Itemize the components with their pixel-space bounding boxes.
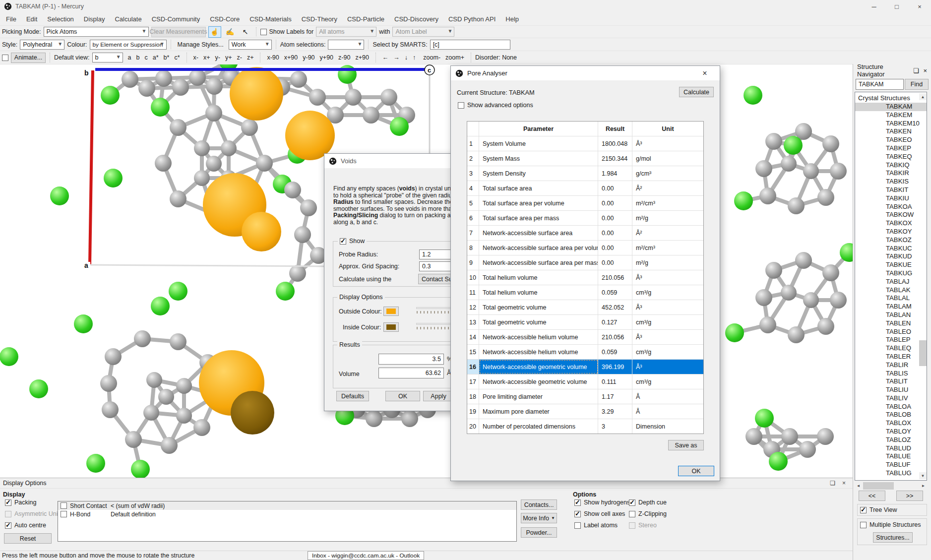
- structure-item-TABLAN[interactable]: TABLAN: [855, 311, 927, 319]
- atom-sphere-grey[interactable]: [755, 160, 772, 177]
- tree-view-row[interactable]: Tree View: [860, 506, 897, 513]
- menu-item-csd-community[interactable]: CSD-Community: [147, 15, 205, 23]
- structure-item-TABKOW[interactable]: TABKOW: [855, 211, 927, 219]
- atom-sphere-grey[interactable]: [803, 292, 819, 308]
- structure-search-input[interactable]: TABKAM: [856, 79, 904, 90]
- structure-item-TABLOA[interactable]: TABLOA: [855, 403, 927, 411]
- default-view-select[interactable]: b▼: [92, 53, 123, 62]
- structure-item-TABKEM10[interactable]: TABKEM10: [855, 120, 927, 128]
- table-cell[interactable]: Å: [632, 389, 703, 404]
- atom-sphere-grey[interactable]: [781, 285, 797, 301]
- axis-button-c[interactable]: c: [142, 54, 150, 61]
- picking-mode-select[interactable]: Pick Atoms▼: [44, 27, 149, 37]
- table-cell[interactable]: Maximum pore diameter: [479, 404, 598, 419]
- atom-sphere-grey[interactable]: [170, 119, 186, 136]
- table-cell[interactable]: 6: [467, 211, 479, 225]
- table-cell[interactable]: 0.00: [598, 255, 632, 270]
- atom-sphere-grey[interactable]: [206, 156, 222, 172]
- table-cell[interactable]: 11: [467, 285, 479, 300]
- atom-sphere-grey[interactable]: [309, 89, 326, 106]
- next-structure-button[interactable]: >>: [896, 491, 923, 501]
- float-panel-icon[interactable]: ❏: [830, 480, 835, 487]
- structure-item-TABLAK[interactable]: TABLAK: [855, 286, 927, 295]
- label-atoms-checkbox[interactable]: [574, 522, 581, 529]
- auto-centre-checkbox-row[interactable]: Auto centre: [5, 522, 46, 529]
- atom-sphere-grey[interactable]: [221, 140, 237, 156]
- table-cell[interactable]: 8: [467, 241, 479, 255]
- atom-sphere-grey[interactable]: [795, 252, 812, 269]
- table-cell[interactable]: 452.052: [598, 300, 632, 314]
- structure-item-TABLEP[interactable]: TABLEP: [855, 336, 927, 344]
- rotate-button-x-[interactable]: x-: [191, 54, 201, 61]
- table-row-18[interactable]: 18Pore limiting diameter1.17Å: [467, 389, 703, 404]
- clear-measurements-button[interactable]: Clear Measurements: [151, 27, 206, 37]
- menu-item-help[interactable]: Help: [500, 15, 524, 23]
- outside-colour-swatch[interactable]: [383, 307, 399, 316]
- atom-sphere-green[interactable]: [755, 409, 774, 428]
- structure-item-TABLOZ[interactable]: TABLOZ: [855, 436, 927, 444]
- close-panel-icon[interactable]: ×: [842, 480, 846, 487]
- structure-item-TABKEM[interactable]: TABKEM: [855, 111, 927, 120]
- table-cell[interactable]: m²/cm³: [632, 196, 703, 210]
- table-row-1[interactable]: 1System Volume1800.048Å³: [467, 136, 703, 151]
- axis-button-c*[interactable]: c*: [172, 54, 182, 61]
- atom-selections-select[interactable]: ▼: [328, 40, 364, 50]
- atom-sphere-grey[interactable]: [146, 372, 162, 388]
- pore-dialog-titlebar[interactable]: Pore Analyser ×: [451, 66, 720, 80]
- table-cell[interactable]: m²/cm³: [632, 241, 703, 255]
- table-cell[interactable]: Network-accessible surface area per volu…: [479, 241, 598, 255]
- rotate90-button-y+90[interactable]: y+90: [317, 54, 336, 61]
- table-cell[interactable]: 210.056: [598, 270, 632, 285]
- asymmetric-unit-checkbox[interactable]: [5, 511, 11, 517]
- structure-item-TABLUF[interactable]: TABLUF: [855, 461, 927, 469]
- zoom-button-zoom-[interactable]: zoom-: [421, 54, 443, 61]
- atom-sphere-green[interactable]: [151, 297, 170, 315]
- atom-sphere-grey[interactable]: [155, 155, 172, 172]
- table-cell[interactable]: 3: [467, 166, 479, 181]
- atom-sphere-grey[interactable]: [138, 80, 155, 97]
- menu-item-display[interactable]: Display: [79, 15, 110, 23]
- label-type-select[interactable]: Atom Label▼: [392, 27, 454, 37]
- table-cell[interactable]: 1.984: [598, 166, 632, 181]
- close-icon[interactable]: ×: [694, 66, 715, 80]
- show-hydrogens-row[interactable]: Show hydrogens: [574, 499, 630, 506]
- structure-item-TABLOX[interactable]: TABLOX: [855, 419, 927, 428]
- atom-sphere-grey[interactable]: [170, 333, 186, 350]
- show-hydrogens-checkbox[interactable]: [574, 499, 581, 506]
- atom-sphere-grey[interactable]: [380, 89, 397, 106]
- table-cell[interactable]: 2150.344: [598, 151, 632, 166]
- atom-sphere-grey[interactable]: [363, 107, 379, 124]
- show-labels-checkbox[interactable]: [260, 29, 267, 35]
- packing-checkbox-row[interactable]: Packing: [5, 499, 36, 506]
- save-as-button[interactable]: Save as: [668, 440, 704, 450]
- auto-centre-checkbox[interactable]: [5, 522, 11, 529]
- animate-button[interactable]: Animate...: [11, 53, 46, 63]
- show-cell-axes-checkbox[interactable]: [574, 511, 581, 517]
- scroll-up-icon[interactable]: ▲: [919, 93, 927, 100]
- table-cell[interactable]: cm³/g: [632, 315, 703, 329]
- defaults-button[interactable]: Defaults: [336, 391, 369, 401]
- list-item[interactable]: Short Contact < (sum of vdW radii): [58, 501, 516, 510]
- scroll-down-icon[interactable]: ▼: [919, 472, 927, 479]
- horizontal-scrollbar-thumb[interactable]: [863, 482, 894, 490]
- atom-sphere-grey[interactable]: [817, 428, 834, 445]
- structure-item-TABLOB[interactable]: TABLOB: [855, 411, 927, 419]
- atom-sphere-grey[interactable]: [294, 226, 311, 243]
- atom-sphere-grey[interactable]: [759, 187, 776, 204]
- table-row-4[interactable]: 4Total surface area0.00Å²: [467, 181, 703, 196]
- table-cell[interactable]: cm³/g: [632, 345, 703, 359]
- table-row-15[interactable]: 15Network-accessible helium volume0.059c…: [467, 345, 703, 360]
- atom-sphere-grey[interactable]: [788, 326, 805, 343]
- table-cell[interactable]: Network-accessible helium volume: [479, 345, 598, 359]
- pore-ok-button[interactable]: OK: [678, 466, 714, 476]
- powder-button[interactable]: Powder...: [521, 527, 557, 538]
- table-cell[interactable]: Network-accessible surface area per mass: [479, 255, 598, 270]
- menu-item-selection[interactable]: Selection: [42, 15, 78, 23]
- atom-sphere-grey[interactable]: [781, 156, 797, 172]
- asymmetric-unit-checkbox-row[interactable]: Asymmetric Unit: [5, 510, 60, 517]
- atom-sphere-grey[interactable]: [745, 428, 762, 445]
- menu-item-edit[interactable]: Edit: [21, 15, 42, 23]
- voids-show-row[interactable]: Show: [338, 238, 367, 245]
- atom-sphere-green[interactable]: [725, 323, 744, 342]
- structure-item-TABKEP[interactable]: TABKEP: [855, 144, 927, 153]
